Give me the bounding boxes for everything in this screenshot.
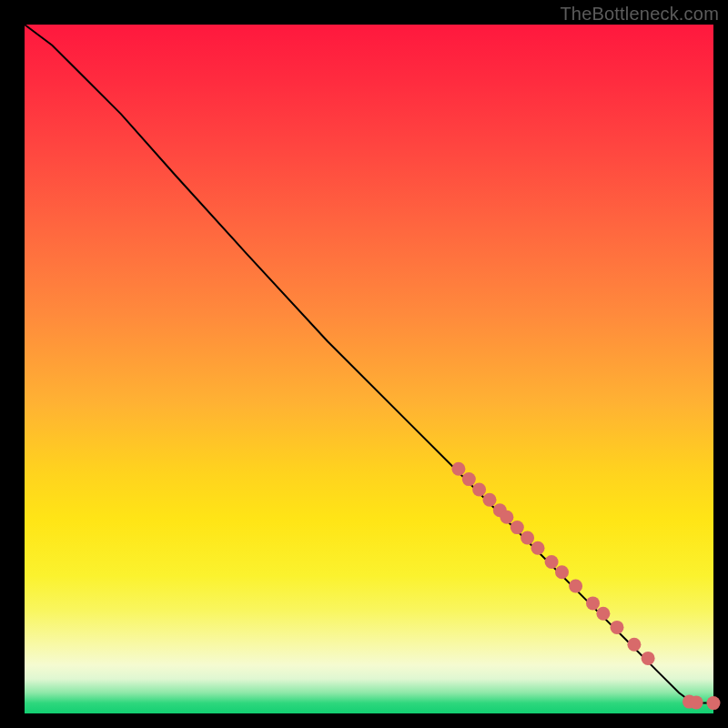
scatter-dot bbox=[586, 596, 600, 610]
scatter-dot bbox=[611, 621, 624, 634]
curve-line bbox=[25, 25, 713, 703]
scatter-dot bbox=[511, 521, 524, 534]
scatter-dots bbox=[451, 462, 720, 710]
attribution-label: TheBottleneck.com bbox=[560, 4, 719, 25]
scatter-dot bbox=[555, 565, 569, 579]
scatter-dot bbox=[545, 555, 559, 569]
chart-container: TheBottleneck.com bbox=[0, 0, 728, 728]
scatter-dot bbox=[642, 652, 655, 665]
scatter-dot bbox=[483, 493, 497, 507]
scatter-dot bbox=[451, 462, 465, 476]
scatter-dot bbox=[707, 696, 721, 710]
scatter-dot bbox=[627, 638, 641, 652]
scatter-dot bbox=[596, 607, 610, 621]
chart-overlay bbox=[25, 25, 713, 713]
scatter-dot bbox=[521, 531, 534, 545]
scatter-dot bbox=[569, 580, 582, 593]
scatter-dot bbox=[472, 483, 486, 497]
scatter-dot bbox=[531, 541, 545, 555]
scatter-dot bbox=[690, 695, 703, 709]
scatter-dot bbox=[500, 511, 513, 524]
scatter-dot bbox=[462, 472, 476, 486]
